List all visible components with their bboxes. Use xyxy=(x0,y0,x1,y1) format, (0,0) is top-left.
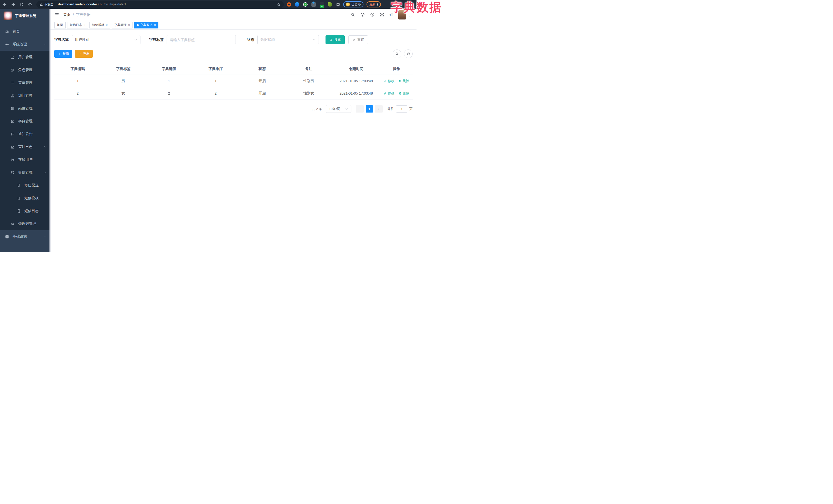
sidebar-item-sms-log[interactable]: 短信日志 xyxy=(0,205,50,217)
extension-icon[interactable] xyxy=(311,2,316,7)
breadcrumb-current: 字典数据 xyxy=(76,13,91,17)
col-dict-code: 字典编码 xyxy=(54,63,101,75)
extension-icon[interactable] xyxy=(328,2,332,7)
sidebar-item-role-mgmt[interactable]: 角色管理 xyxy=(0,64,50,76)
dashboard-icon xyxy=(5,30,9,33)
chat-bubble-icon xyxy=(11,132,15,136)
sidebar-item-sms-mgmt[interactable]: 短信管理 xyxy=(0,166,50,179)
sidebar-item-notice[interactable]: 通知公告 xyxy=(0,128,50,141)
avatar[interactable] xyxy=(398,10,406,20)
chevron-down-icon[interactable] xyxy=(408,14,413,19)
shield-check-icon xyxy=(11,171,15,174)
address-bar[interactable]: 不安全 dashboard.yudao.iocoder.cn /dict/typ… xyxy=(37,1,284,8)
next-page-button[interactable] xyxy=(375,105,383,113)
sidebar-item-sms-channel[interactable]: 短信渠道 xyxy=(0,179,50,192)
sidebar-item-post-mgmt[interactable]: 岗位管理 xyxy=(0,102,50,115)
sidebar-item-system-mgmt[interactable]: 系统管理 xyxy=(0,38,50,51)
pagination-total: 共 2 条 xyxy=(312,106,322,111)
tab-sms-log[interactable]: 短信日志 × xyxy=(67,22,88,28)
security-status[interactable]: 不安全 xyxy=(40,2,53,7)
add-button[interactable]: 新增 xyxy=(54,50,72,58)
app-logo[interactable]: 芋道管理系统 xyxy=(0,9,50,23)
dict-name-select[interactable]: 用户性别 xyxy=(72,35,140,44)
extensions-puzzle-icon[interactable] xyxy=(336,2,340,6)
browser-back-icon[interactable] xyxy=(3,2,7,7)
export-button[interactable]: 导出 xyxy=(75,50,93,58)
goto-page-input[interactable] xyxy=(396,105,407,113)
edit-link[interactable]: 修改 xyxy=(384,79,395,83)
search-icon[interactable] xyxy=(351,13,355,17)
bookmark-star-icon[interactable] xyxy=(277,3,281,6)
hamburger-icon[interactable] xyxy=(54,12,59,17)
search-button-label: 搜索 xyxy=(334,38,341,42)
search-icon xyxy=(395,52,399,56)
tab-label: 字典管理 xyxy=(114,23,127,27)
table-header-row: 字典编码 字典标签 字典键值 字典排序 状态 备注 创建时间 操作 xyxy=(54,63,413,75)
edit-link[interactable]: 修改 xyxy=(384,91,395,96)
page-size-select[interactable]: 10条/页 xyxy=(326,105,351,113)
delete-link[interactable]: 删除 xyxy=(399,79,409,83)
sidebar-item-online-users[interactable]: 在线用户 xyxy=(0,153,50,166)
chevron-right-icon xyxy=(377,107,380,111)
sidebar-item-dept-mgmt[interactable]: 部门管理 xyxy=(0,89,50,102)
extension-on-badge: on xyxy=(320,5,324,8)
close-icon[interactable]: × xyxy=(154,23,156,27)
status-select[interactable]: 数据状态 xyxy=(257,35,319,44)
close-icon[interactable]: × xyxy=(84,23,85,27)
browser-menu-icon[interactable] xyxy=(377,3,378,6)
tab-sms-template[interactable]: 短信模板 × xyxy=(90,22,110,28)
cell-dict-value: 1 xyxy=(146,75,192,87)
tab-label: 首页 xyxy=(57,23,63,27)
sidebar-item-home[interactable]: 首页 xyxy=(0,25,50,38)
sidebar-item-menu-mgmt[interactable]: 菜单管理 xyxy=(0,76,50,89)
code-icon xyxy=(11,222,15,226)
sidebar-item-error-code-mgmt[interactable]: 错误码管理 xyxy=(0,217,50,230)
reset-button-label: 重置 xyxy=(357,38,364,42)
chevron-down-icon xyxy=(312,38,316,42)
status-label: 状态 xyxy=(247,38,254,42)
sidebar-item-sms-template[interactable]: 短信模板 xyxy=(0,192,50,205)
prev-page-button[interactable] xyxy=(356,105,364,113)
close-icon[interactable]: × xyxy=(128,23,130,27)
extension-icon[interactable] xyxy=(295,2,300,7)
cell-actions: 修改 删除 xyxy=(380,87,413,99)
tab-label: 短信模板 xyxy=(92,23,104,27)
org-tree-icon xyxy=(11,94,15,98)
browser-update-chip[interactable]: 更新 xyxy=(366,1,381,7)
extension-icon[interactable] xyxy=(303,2,308,7)
col-created-at: 创建时间 xyxy=(332,63,380,75)
sidebar-item-dict-mgmt[interactable]: 字典管理 xyxy=(0,115,50,128)
browser-toolbar: 不安全 dashboard.yudao.iocoder.cn /dict/typ… xyxy=(0,0,416,9)
cell-dict-sort: 2 xyxy=(192,87,239,99)
close-icon[interactable]: × xyxy=(106,23,108,27)
breadcrumb-home[interactable]: 首页 xyxy=(63,13,70,17)
font-size-icon[interactable]: TT xyxy=(389,13,393,17)
extension-icon[interactable]: on xyxy=(319,2,324,7)
fullscreen-icon[interactable] xyxy=(380,13,384,17)
sidebar-item-audit-log[interactable]: 审计日志 xyxy=(0,141,50,153)
toggle-search-button[interactable] xyxy=(392,49,401,58)
active-dot xyxy=(137,24,139,26)
tab-dict-mgmt[interactable]: 字典管理 × xyxy=(112,22,133,28)
page-1-button[interactable]: 1 xyxy=(366,105,373,113)
sidebar-item-user-mgmt[interactable]: 用户管理 xyxy=(0,51,50,64)
extension-icon[interactable] xyxy=(287,2,291,7)
search-form: 字典名称 用户性别 字典标签 状态 数据状态 搜索 重置 xyxy=(54,35,413,44)
browser-profile-chip[interactable]: 已暂停 xyxy=(343,1,363,7)
search-button[interactable]: 搜索 xyxy=(326,35,345,44)
sidebar-item-infrastructure[interactable]: 基础设施 xyxy=(0,230,50,243)
tab-dict-data[interactable]: 字典数据 × xyxy=(134,22,159,28)
refresh-icon xyxy=(352,38,356,42)
browser-reload-icon[interactable] xyxy=(20,2,24,7)
refresh-table-button[interactable] xyxy=(404,49,413,58)
table-toolbar: 新增 导出 xyxy=(54,49,413,58)
help-icon[interactable] xyxy=(370,13,375,17)
github-icon[interactable] xyxy=(360,13,365,17)
cell-dict-label: 男 xyxy=(101,75,146,87)
browser-home-icon[interactable] xyxy=(28,2,32,7)
delete-link[interactable]: 删除 xyxy=(399,91,409,96)
tab-home[interactable]: 首页 xyxy=(54,22,66,28)
dict-label-input[interactable] xyxy=(167,35,236,44)
reset-button[interactable]: 重置 xyxy=(348,35,368,44)
browser-forward-icon[interactable] xyxy=(11,2,15,7)
